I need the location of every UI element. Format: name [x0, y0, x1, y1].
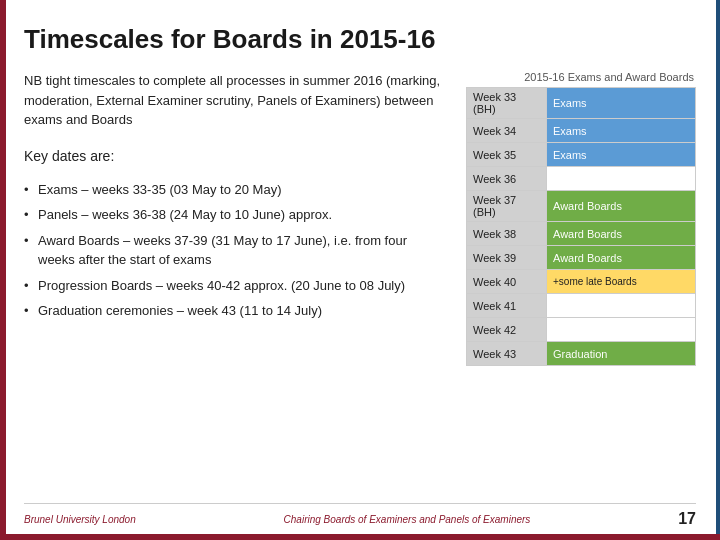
week-cell: Week 39: [467, 246, 547, 270]
accent-bar-right: [716, 0, 720, 540]
accent-bar-bottom: [0, 534, 720, 540]
week-cell: Week 36: [467, 167, 547, 191]
event-cell: [547, 167, 696, 191]
table-row: Week 41: [467, 294, 696, 318]
table-row: Week 35Exams: [467, 143, 696, 167]
page-number: 17: [678, 510, 696, 528]
week-cell: Week 41: [467, 294, 547, 318]
table-row: Week 42: [467, 318, 696, 342]
left-panel: NB tight timescales to complete all proc…: [24, 71, 446, 493]
table-row: Week 38Award Boards: [467, 222, 696, 246]
week-cell: Week 40: [467, 270, 547, 294]
event-cell: Award Boards: [547, 191, 696, 222]
event-cell: Award Boards: [547, 246, 696, 270]
bullet-item: Panels – weeks 36-38 (24 May to 10 June)…: [24, 205, 446, 225]
schedule-table: Week 33 (BH)ExamsWeek 34ExamsWeek 35Exam…: [466, 87, 696, 366]
page: Timescales for Boards in 2015-16 NB tigh…: [0, 0, 720, 540]
bullet-list: Exams – weeks 33-35 (03 May to 20 May)Pa…: [24, 180, 446, 327]
table-row: Week 36: [467, 167, 696, 191]
week-cell: Week 37 (BH): [467, 191, 547, 222]
event-cell: Award Boards: [547, 222, 696, 246]
table-row: Week 34Exams: [467, 119, 696, 143]
table-row: Week 43Graduation: [467, 342, 696, 366]
event-cell: +some late Boards: [547, 270, 696, 294]
footer-left: Brunel University London: [24, 514, 136, 525]
table-row: Week 40+some late Boards: [467, 270, 696, 294]
accent-bar-left: [0, 0, 6, 540]
week-cell: Week 43: [467, 342, 547, 366]
right-panel: 2015-16 Exams and Award Boards Week 33 (…: [466, 71, 696, 493]
footer: Brunel University London Chairing Boards…: [24, 503, 696, 528]
bullet-item: Progression Boards – weeks 40-42 approx.…: [24, 276, 446, 296]
table-row: Week 37 (BH)Award Boards: [467, 191, 696, 222]
bullet-item: Award Boards – weeks 37-39 (31 May to 17…: [24, 231, 446, 270]
event-cell: [547, 294, 696, 318]
week-cell: Week 38: [467, 222, 547, 246]
key-dates-heading: Key dates are:: [24, 148, 446, 164]
event-cell: Exams: [547, 88, 696, 119]
week-cell: Week 34: [467, 119, 547, 143]
page-title: Timescales for Boards in 2015-16: [24, 24, 696, 55]
event-cell: [547, 318, 696, 342]
table-header: 2015-16 Exams and Award Boards: [466, 71, 696, 83]
bullet-item: Graduation ceremonies – week 43 (11 to 1…: [24, 301, 446, 321]
bullet-item: Exams – weeks 33-35 (03 May to 20 May): [24, 180, 446, 200]
week-cell: Week 42: [467, 318, 547, 342]
week-cell: Week 33 (BH): [467, 88, 547, 119]
event-cell: Exams: [547, 119, 696, 143]
intro-text: NB tight timescales to complete all proc…: [24, 71, 446, 130]
table-row: Week 39Award Boards: [467, 246, 696, 270]
content-area: NB tight timescales to complete all proc…: [24, 71, 696, 493]
week-cell: Week 35: [467, 143, 547, 167]
event-cell: Exams: [547, 143, 696, 167]
footer-center: Chairing Boards of Examiners and Panels …: [284, 514, 531, 525]
event-cell: Graduation: [547, 342, 696, 366]
table-row: Week 33 (BH)Exams: [467, 88, 696, 119]
